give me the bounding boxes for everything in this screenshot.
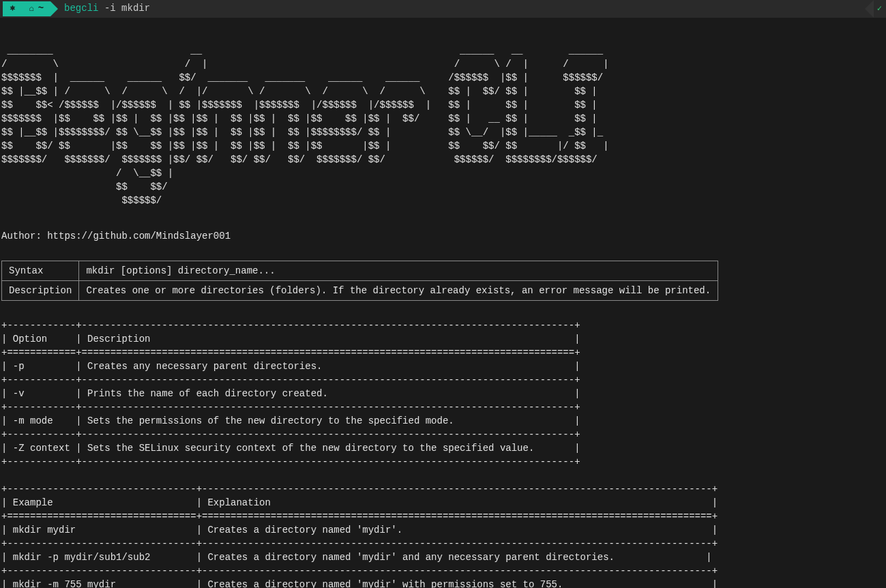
description-value: Creates one or more directories (folders… (79, 281, 718, 301)
command-line[interactable]: begcli -i mkdir (64, 2, 150, 16)
syntax-table: Syntax mkdir [options] directory_name...… (1, 261, 718, 301)
tab-home[interactable]: ⌂ ~ (22, 1, 50, 16)
chevron-right-icon (50, 1, 58, 16)
table-row: Syntax mkdir [options] directory_name... (2, 261, 718, 281)
terminal-output: ________ __ ______ __ ______ / \ / | / \… (0, 18, 886, 588)
tab-logo[interactable]: ⎈ (3, 1, 22, 16)
status-arrow-icon (865, 0, 874, 18)
titlebar: ⎈ ⌂ ~ begcli -i mkdir ✓ (0, 0, 886, 18)
manjaro-icon: ⎈ (10, 2, 15, 16)
home-icon: ⌂ (29, 3, 33, 15)
tilde-label: ~ (38, 2, 44, 16)
examples-table: +---------------------------------+-----… (1, 482, 885, 588)
syntax-label: Syntax (2, 261, 79, 281)
options-table: +------------+--------------------------… (1, 319, 885, 469)
ascii-banner: ________ __ ______ __ ______ / \ / | / \… (1, 44, 885, 207)
author-line: Author: https://github.com/Mindslayer001 (1, 229, 885, 243)
command-name: begcli (64, 3, 98, 14)
syntax-value: mkdir [options] directory_name... (79, 261, 718, 281)
table-row: Description Creates one or more director… (2, 281, 718, 301)
status-check-icon: ✓ (877, 3, 882, 15)
description-label: Description (2, 281, 79, 301)
